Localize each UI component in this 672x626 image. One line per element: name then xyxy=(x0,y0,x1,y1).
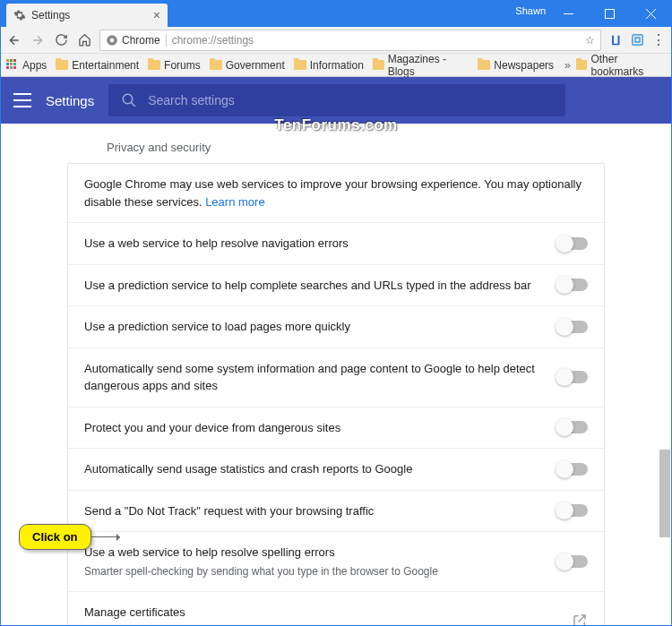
bookmark-folder[interactable]: Government xyxy=(210,59,285,72)
chrome-icon xyxy=(106,34,118,47)
learn-more-link[interactable]: Learn more xyxy=(205,195,264,209)
bookmarks-bar: Apps Entertainment Forums Government Inf… xyxy=(1,54,671,77)
toggle-switch[interactable] xyxy=(557,504,588,517)
apps-icon xyxy=(6,59,19,72)
svg-rect-1 xyxy=(605,10,614,19)
bookmark-folder[interactable]: Magazines - Blogs xyxy=(373,53,470,78)
close-window-button[interactable] xyxy=(630,1,671,27)
svg-line-9 xyxy=(131,102,135,107)
bookmark-star-icon[interactable]: ☆ xyxy=(585,34,595,47)
toggle-switch[interactable] xyxy=(557,237,588,250)
manage-certificates-row[interactable]: Manage certificatesManage HTTPS/SSL cert… xyxy=(68,591,604,626)
folder-icon xyxy=(148,60,160,70)
bookmark-folder[interactable]: Newspapers xyxy=(478,59,554,72)
address-bar[interactable]: Chrome chrome://settings ☆ xyxy=(99,30,601,51)
search-icon xyxy=(121,92,137,108)
folder-icon xyxy=(56,60,68,70)
browser-toolbar: Chrome chrome://settings ☆ ⵡ ⋮ xyxy=(1,27,671,54)
folder-icon xyxy=(576,60,588,70)
settings-content: Privacy and security Google Chrome may u… xyxy=(1,124,671,625)
settings-search-input[interactable] xyxy=(148,93,553,107)
setting-row-prediction-pages[interactable]: Use a prediction service to load pages m… xyxy=(68,305,604,347)
toggle-switch[interactable] xyxy=(557,321,588,333)
home-button[interactable] xyxy=(76,32,92,48)
back-button[interactable] xyxy=(6,32,22,48)
intro-row: Google Chrome may use web services to im… xyxy=(68,164,604,222)
toggle-switch[interactable] xyxy=(557,463,588,476)
folder-icon xyxy=(478,60,490,70)
setting-row-safe-browsing[interactable]: Protect you and your device from dangero… xyxy=(68,407,604,449)
svg-rect-7 xyxy=(635,38,640,42)
setting-row-navigation-errors[interactable]: Use a web service to help resolve naviga… xyxy=(68,222,604,264)
reload-button[interactable] xyxy=(53,32,69,48)
bookmark-folder[interactable]: Information xyxy=(294,59,364,72)
maximize-button[interactable] xyxy=(589,1,630,27)
bookmark-folder[interactable]: Entertainment xyxy=(56,59,139,72)
gear-icon xyxy=(13,9,26,21)
svg-point-5 xyxy=(110,38,115,42)
bookmarks-overflow-button[interactable]: » xyxy=(564,59,571,72)
window-titlebar: Settings × Shawn xyxy=(1,1,671,27)
window-controls xyxy=(547,1,671,27)
extension-malwarebytes-icon[interactable]: ⵡ xyxy=(608,33,623,47)
window-user-label: Shawn xyxy=(515,5,546,16)
minimize-button[interactable] xyxy=(547,1,589,27)
menu-button[interactable] xyxy=(13,93,31,107)
folder-icon xyxy=(294,60,306,70)
toggle-switch[interactable] xyxy=(557,555,588,568)
setting-row-usage-stats[interactable]: Automatically send usage statistics and … xyxy=(68,448,604,490)
chrome-menu-button[interactable]: ⋮ xyxy=(651,33,666,47)
setting-row-do-not-track[interactable]: Send a "Do Not Track" request with your … xyxy=(68,490,604,532)
settings-search[interactable] xyxy=(108,84,565,116)
folder-icon xyxy=(210,60,222,70)
watermark-text: TenForums.com xyxy=(274,116,397,134)
folder-icon xyxy=(373,60,384,70)
external-link-icon xyxy=(572,613,588,625)
callout-label: Click on xyxy=(19,524,91,550)
tab-title: Settings xyxy=(31,9,70,21)
toggle-switch[interactable] xyxy=(557,421,588,433)
svg-rect-6 xyxy=(632,35,642,45)
setting-row-prediction-urls[interactable]: Use a prediction service to help complet… xyxy=(68,264,604,306)
toggle-switch[interactable] xyxy=(557,371,588,383)
tab-strip: Settings × xyxy=(6,1,168,27)
site-info-button[interactable]: Chrome xyxy=(106,34,167,47)
callout-arrow-icon xyxy=(91,536,120,537)
extension-icon[interactable] xyxy=(630,33,644,47)
settings-title: Settings xyxy=(46,93,94,108)
setting-row-auto-send-info[interactable]: Automatically send some system informati… xyxy=(68,347,604,407)
scrollbar-thumb[interactable] xyxy=(659,449,671,538)
toggle-switch[interactable] xyxy=(557,279,588,291)
other-bookmarks[interactable]: Other bookmarks xyxy=(576,53,666,78)
bookmark-folder[interactable]: Forums xyxy=(148,59,201,72)
apps-shortcut[interactable]: Apps xyxy=(6,59,47,72)
tutorial-callout: Click on xyxy=(19,524,120,550)
url-text: chrome://settings xyxy=(172,34,254,47)
privacy-security-card: Google Chrome may use web services to im… xyxy=(67,163,605,625)
forward-button[interactable] xyxy=(30,32,46,48)
svg-point-8 xyxy=(123,94,133,104)
browser-tab-settings[interactable]: Settings × xyxy=(6,4,168,27)
settings-header: Settings TenForums.com xyxy=(1,77,671,124)
setting-row-spellcheck[interactable]: Use a web service to help resolve spelli… xyxy=(68,531,604,591)
close-tab-icon[interactable]: × xyxy=(153,8,160,22)
